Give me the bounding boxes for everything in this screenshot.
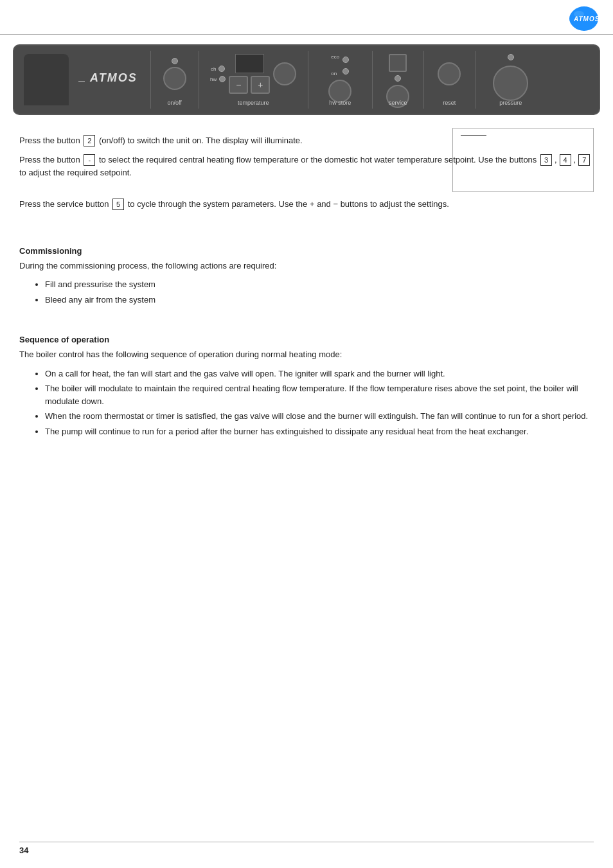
hw-indicator [219,76,226,82]
panel-sections: on/off ch hw [150,51,589,109]
ref-2: 2 [84,135,95,146]
service-display [389,54,407,72]
seq-bullet-d: The pump will continue to run for a peri… [45,425,594,438]
pressure-label: pressure [499,100,522,106]
page-footer: 34 [19,842,594,855]
service-indicator [395,75,401,82]
temp-display [235,54,264,73]
sequence-intro: The boiler control has the following seq… [19,348,594,361]
ref-minus: - [84,154,95,166]
sequence-list: On a call for heat, the fan will start a… [45,368,594,438]
hwstore-section: eco on hw store [308,51,373,109]
temp-button[interactable] [273,62,296,85]
onoff-top [163,58,186,90]
ref-5: 5 [112,199,124,210]
bullet-bleed: Bleed any air from the system [45,294,594,306]
reset-button[interactable] [438,62,461,85]
commissioning-title: Commissioning [19,246,594,256]
service-label: service [389,100,407,106]
commissioning-intro: During the commissioning process, the fo… [19,260,594,272]
svg-point-3 [574,11,584,17]
temp-label: temperature [238,100,269,106]
plus-button[interactable]: + [251,76,270,94]
atmos-logo: ATMOS [546,6,600,31]
control-panel: ATMOS on/off ch hw [13,44,600,115]
ch-label: ch [211,66,216,72]
on-label-eco [331,62,339,68]
seq-bullet-c: When the room thermostat or timer is sat… [45,410,594,423]
pressure-section: pressure [475,51,546,109]
reset-label: reset [443,100,456,106]
temperature-section: ch hw − + [199,51,308,109]
pressure-gauge [493,66,528,101]
seq-bullet-b: The boiler will modulate to maintain the… [45,382,594,407]
page-number: 34 [19,846,28,855]
pressure-indicator [508,54,514,60]
temp-controls: ch hw − + [210,54,296,105]
sequence-title: Sequence of operation [19,335,594,344]
seq-bullet-a: On a call for heat, the fan will start a… [45,368,594,380]
main-content: Press the button 2 (on/off) to switch th… [0,128,613,463]
eco-indicator [342,57,349,63]
paragraph-3: Press the service button 5 to cycle thro… [19,198,594,211]
on-label: on [331,71,339,76]
note-box [452,128,594,192]
onoff-section: on/off [151,51,199,109]
onoff-label: on/off [167,100,181,106]
onoff-indicator [172,58,178,64]
ch-indicator [218,66,225,72]
eco-label: eco [331,54,339,60]
hw-label: hw [210,76,217,82]
onoff-button[interactable] [163,67,186,90]
service-section: service [373,51,424,109]
page-header: ATMOS [0,0,613,35]
panel-brand-label: ATMOS [78,71,138,88]
on-indicator [342,68,349,75]
note-line [461,135,486,136]
panel-notch [24,54,69,105]
hwstore-label: hw store [329,100,351,106]
commissioning-list: Fill and pressurise the system Bleed any… [45,278,594,306]
bullet-fill: Fill and pressurise the system [45,278,594,291]
minus-button[interactable]: − [229,76,248,94]
reset-section: reset [424,51,475,109]
